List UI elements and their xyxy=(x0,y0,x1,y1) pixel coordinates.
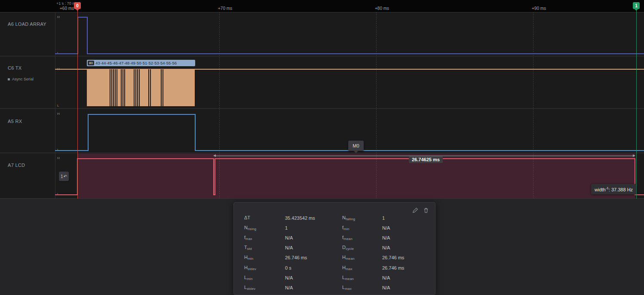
metric-label: Hmin xyxy=(244,255,285,261)
channel-label-a6-load-array[interactable]: A6 LOAD ARRAY xyxy=(8,22,46,27)
metric-label: ΔT xyxy=(244,215,285,221)
metric-value: 1 xyxy=(285,225,342,230)
metric-label: Hmax xyxy=(342,265,382,271)
timeline-tick-70ms: +70 ms xyxy=(218,6,232,11)
logic-analyzer-app: +1 s : 70 ms +60 ms +70 ms +80 ms +90 ms… xyxy=(0,0,644,295)
metric-label: Lmean xyxy=(342,275,382,281)
timing-marker-0-line[interactable] xyxy=(77,9,78,199)
edit-measurement-icon[interactable] xyxy=(412,207,418,213)
metric-label: Hstdev xyxy=(244,265,285,271)
measurement-width-label: 26.74625 ms xyxy=(409,156,443,163)
metric-value: N/A xyxy=(382,245,434,250)
panel-toolbar xyxy=(412,207,429,213)
timeline-tick-60ms: +60 ms xyxy=(60,6,74,11)
channel-label-a7-lcd[interactable]: A7 LCD xyxy=(8,163,25,168)
timeline-tick-80ms: +80 ms xyxy=(375,6,389,11)
analyzer-label-async-serial[interactable]: Async Serial xyxy=(8,77,34,81)
width-frequency-tooltip: width-1: 37.388 Hz xyxy=(591,184,636,194)
metric-label: Lmax xyxy=(342,285,382,291)
metric-value: 1 xyxy=(382,215,434,221)
timeline-tick-90ms: +90 ms xyxy=(532,6,546,11)
metric-value: N/A xyxy=(382,275,434,280)
metric-label: Tstd xyxy=(244,245,285,251)
decoded-byte-list: 43·44·45·46·47·48·49·50·51·52·53·54·55·5… xyxy=(95,61,177,65)
metric-label: fmax xyxy=(244,235,285,241)
timing-marker-1-line[interactable] xyxy=(636,9,637,199)
metric-label: Lstdev xyxy=(244,285,285,291)
metric-value: N/A xyxy=(285,275,342,280)
channel-label-c6-tx[interactable]: C6 TX xyxy=(8,65,21,71)
metric-label: Nfalling xyxy=(342,215,382,221)
metric-value: N/A xyxy=(285,285,342,290)
timing-marker-1-label: 1 xyxy=(635,3,638,8)
metric-value: N/A xyxy=(285,245,342,250)
metric-label: Nrising xyxy=(244,225,285,231)
decoded-serial-data[interactable]: 80 43·44·45·46·47·48·49·50·51·52·53·54·5… xyxy=(87,60,195,66)
edge-count-label: 1 xyxy=(61,174,63,179)
metric-value: 35.423542 ms xyxy=(285,215,342,221)
measurement-m0-label: M0 xyxy=(353,143,359,148)
metric-value: 26.746 ms xyxy=(382,265,434,270)
waveform-a6-load-array[interactable] xyxy=(55,12,644,56)
edge-navigation-badge[interactable]: 1 ↶ xyxy=(59,172,69,181)
timing-marker-0-flag[interactable]: 0 xyxy=(74,2,81,9)
metric-value: N/A xyxy=(382,225,434,230)
metric-value: 0 s xyxy=(285,265,342,270)
metric-value: 26.746 ms xyxy=(285,255,342,260)
metric-value: N/A xyxy=(285,235,342,240)
analyzer-bullet-icon xyxy=(8,78,10,80)
measurement-details-panel: ΔT 35.423542 ms Nfalling 1 Nrising 1 fmi… xyxy=(233,202,435,295)
timeline-bar[interactable]: +1 s : 70 ms +60 ms +70 ms +80 ms +90 ms xyxy=(0,0,644,12)
measurement-m0-tag[interactable]: M0 xyxy=(348,141,364,151)
timing-marker-0-label: 0 xyxy=(76,3,79,8)
waveform-a7-lcd[interactable] xyxy=(55,153,644,199)
timing-marker-1-flag[interactable]: 1 xyxy=(633,2,640,9)
metric-value: N/A xyxy=(382,285,434,290)
edge-arrow-icon: ↶ xyxy=(64,174,67,179)
metric-value: 26.746 ms xyxy=(382,255,434,260)
delete-measurement-icon[interactable] xyxy=(423,207,429,213)
metric-label: Dcycle xyxy=(342,245,382,251)
decoded-byte-badge: 80 xyxy=(88,61,94,65)
metric-label: Hmean xyxy=(342,255,382,261)
metric-label: Lmin xyxy=(244,275,285,281)
channel-label-a5-rx[interactable]: A5 RX xyxy=(8,119,22,124)
analyzer-name: Async Serial xyxy=(12,77,34,81)
metric-label: fmean xyxy=(342,235,382,241)
metric-value: N/A xyxy=(382,235,434,240)
metric-label: fmin xyxy=(342,225,382,231)
measurement-metrics-grid: ΔT 35.423542 ms Nfalling 1 Nrising 1 fmi… xyxy=(244,213,434,293)
